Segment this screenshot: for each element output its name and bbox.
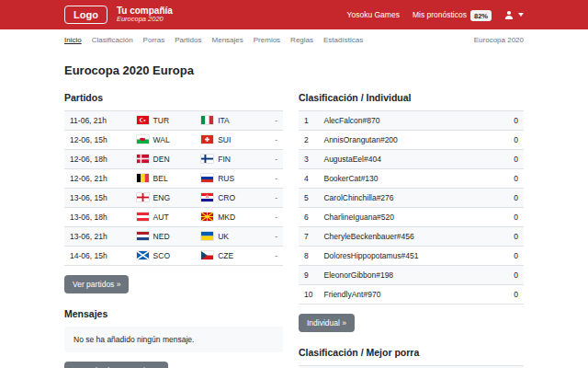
- individual-standing-row: 10FriendlyAnt#9700: [299, 285, 524, 305]
- match-date: 13-06, 18h: [64, 208, 131, 227]
- points: 0: [502, 169, 524, 189]
- view-all-messages-button[interactable]: Ver todos los mensajes »: [64, 362, 168, 368]
- individual-standing-row: 9EleonorGibbon#1980: [299, 266, 524, 285]
- match-away-team: CZE: [196, 247, 261, 266]
- rank: 2: [299, 131, 318, 150]
- points: 0: [502, 285, 524, 305]
- match-date: 12-06, 15h: [64, 131, 131, 150]
- participant-name: DoloresHippopotamus#451: [318, 247, 502, 266]
- individual-standings-title: Clasificación / Individual: [299, 92, 524, 103]
- match-row[interactable]: 12-06, 18hDENFIN-: [64, 150, 283, 169]
- participant-name: CarolChinchilla#276: [318, 189, 502, 208]
- rank: 8: [299, 247, 318, 266]
- match-row[interactable]: 12-06, 21hBELRUS-: [64, 169, 283, 189]
- flag-fin-icon: [201, 155, 213, 163]
- away-team-code: CRO: [218, 193, 235, 202]
- chevron-down-icon: [518, 13, 524, 17]
- individual-standings-table: 1AlecFalcon#87002AnnisOrangutan#20003Aug…: [299, 110, 524, 305]
- nav-item-reglas[interactable]: Reglas: [290, 36, 313, 44]
- away-team-code: UK: [218, 232, 229, 241]
- flag-mkd-icon: [201, 213, 213, 221]
- flag-bel-icon: [137, 174, 149, 182]
- flag-cze-icon: [201, 251, 213, 259]
- messages-empty-state: No se ha añadido ningún mensaje.: [64, 327, 283, 352]
- nav-item-mensajes[interactable]: Mensajes: [212, 36, 243, 44]
- match-score: -: [261, 247, 283, 266]
- participant-name: AlecFalcon#870: [318, 111, 502, 131]
- matches-table-body: 11-06, 21hTURITA-12-06, 15hWALSUI-12-06,…: [64, 111, 283, 266]
- away-team-code: FIN: [218, 155, 231, 164]
- points: 0: [502, 189, 524, 208]
- match-away-team: UK: [196, 227, 261, 247]
- match-score: -: [261, 169, 283, 189]
- my-predictions-label: Mis pronósticos: [413, 10, 467, 19]
- match-home-team: AUT: [131, 208, 197, 227]
- match-home-team: TUR: [131, 111, 197, 131]
- home-team-code: BEL: [153, 174, 168, 183]
- points: 0: [502, 208, 524, 227]
- rank: 1: [299, 111, 318, 131]
- view-matches-button[interactable]: Ver partidos »: [64, 275, 129, 293]
- flag-den-icon: [137, 155, 149, 163]
- match-home-team: NED: [131, 227, 197, 247]
- rank: 4: [299, 169, 318, 189]
- match-score: -: [261, 150, 283, 169]
- match-date: 11-06, 21h: [64, 111, 131, 131]
- individual-standing-row: 3AugustaEel#4040: [299, 150, 524, 169]
- company-block: Tu compañía Eurocopa 2020: [117, 6, 173, 24]
- match-row[interactable]: 13-06, 15hENGCRO-: [64, 189, 283, 208]
- nav-item-estadisticas[interactable]: Estadísticas: [323, 36, 363, 44]
- away-team-code: CZE: [218, 251, 233, 260]
- rank: 10: [299, 285, 318, 305]
- individual-standing-row: 1AlecFalcon#8700: [299, 111, 524, 131]
- match-date: 14-06, 15h: [64, 247, 131, 266]
- match-date: 12-06, 21h: [64, 169, 131, 189]
- nav-item-inicio[interactable]: Inicio: [64, 36, 82, 44]
- nav-item-premios[interactable]: Premios: [254, 36, 280, 44]
- nav-item-porras[interactable]: Porras: [143, 36, 165, 44]
- match-away-team: MKD: [196, 208, 261, 227]
- nav-item-partidos[interactable]: Partidos: [175, 36, 201, 44]
- user-icon: [504, 10, 514, 19]
- match-away-team: FIN: [196, 150, 261, 169]
- away-team-code: MKD: [218, 213, 235, 222]
- rank: 6: [299, 208, 318, 227]
- match-home-team: BEL: [131, 169, 197, 189]
- match-row[interactable]: 12-06, 15hWALSUI-: [64, 131, 283, 150]
- individual-standing-row: 4BookerCat#1300: [299, 169, 524, 189]
- rank: 3: [299, 150, 318, 169]
- participant-name: CharlineIguana#520: [318, 208, 502, 227]
- flag-sui-icon: [201, 135, 213, 144]
- home-team-code: NED: [153, 232, 170, 241]
- individual-standings-button[interactable]: Individual »: [299, 314, 355, 332]
- participant-name: CheryleBeckenbauer#456: [318, 227, 502, 247]
- match-home-team: DEN: [131, 150, 197, 169]
- home-team-code: AUT: [153, 213, 169, 222]
- flag-ukr-icon: [201, 232, 213, 240]
- flag-eng-icon: [137, 193, 149, 201]
- participant-name: AugustaEel#404: [318, 150, 502, 169]
- match-away-team: RUS: [196, 169, 261, 189]
- my-predictions-link[interactable]: Mis pronósticos82%: [413, 10, 492, 19]
- match-home-team: SCO: [131, 247, 197, 266]
- match-row[interactable]: 11-06, 21hTURITA-: [64, 111, 283, 131]
- nav-competition-label: Eurocopa 2020: [474, 36, 524, 44]
- individual-standing-row: 2AnnisOrangutan#2000: [299, 131, 524, 150]
- match-row[interactable]: 14-06, 15hSCOCZE-: [64, 247, 283, 266]
- match-score: -: [261, 208, 283, 227]
- yosoku-games-link[interactable]: Yosoku Games: [347, 10, 400, 19]
- flag-rus-icon: [201, 174, 213, 182]
- user-menu[interactable]: [504, 10, 524, 19]
- points: 0: [502, 247, 524, 266]
- flag-wal-icon: [137, 135, 149, 144]
- flag-aut-icon: [137, 213, 149, 221]
- match-row[interactable]: 13-06, 18hAUTMKD-: [64, 208, 283, 227]
- points: 0: [502, 227, 524, 247]
- nav-item-clasificacion[interactable]: Clasificación: [92, 36, 133, 44]
- logo-button[interactable]: Logo: [64, 6, 107, 24]
- points: 0: [502, 111, 524, 131]
- participant-name: BookerCat#130: [318, 169, 502, 189]
- away-team-code: ITA: [218, 116, 230, 125]
- match-date: 13-06, 21h: [64, 227, 131, 247]
- match-row[interactable]: 13-06, 21hNEDUK-: [64, 227, 283, 247]
